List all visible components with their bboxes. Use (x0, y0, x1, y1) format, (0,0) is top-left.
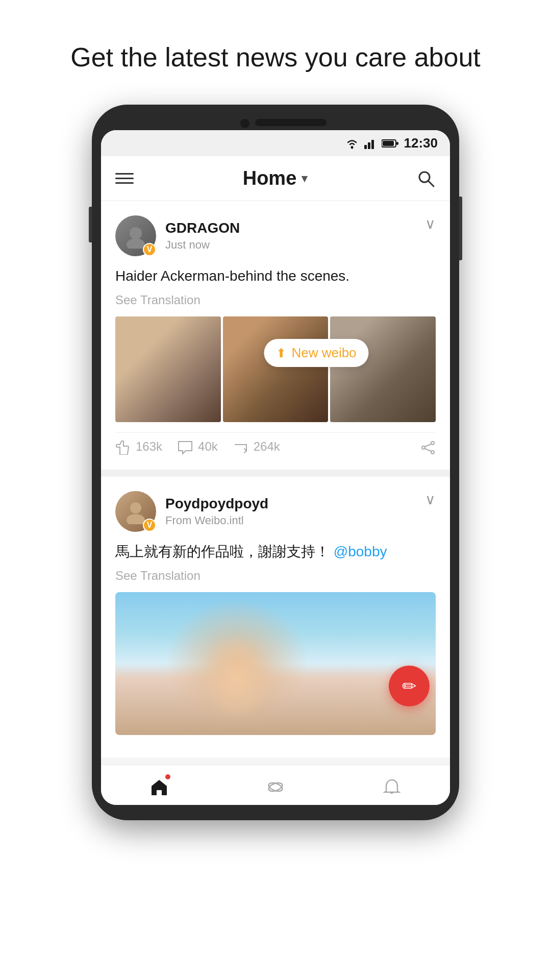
comment-icon-1 (178, 438, 193, 455)
bell-svg (383, 778, 401, 796)
repost-svg (233, 440, 248, 455)
phone-speaker (255, 119, 327, 126)
post-text-chinese-2: 馬上就有新的作品啦，謝謝支持！ @bobby (115, 541, 436, 562)
post-image-1-2[interactable] (223, 316, 329, 422)
svg-line-16 (425, 449, 431, 451)
svg-line-9 (428, 181, 434, 186)
home-svg (150, 778, 168, 796)
post-card-2: V Poydpoydpoyd From Weibo.intl ∨ 馬上就有新的作… (101, 477, 450, 757)
svg-point-17 (130, 502, 141, 513)
like-button-1[interactable]: 163k (115, 438, 162, 455)
repost-icon-1 (233, 438, 248, 455)
menu-line-2 (115, 178, 134, 179)
new-weibo-arrow-icon: ⬆ (276, 346, 286, 360)
share-icon-1 (420, 438, 436, 455)
user-meta-gdragon: GDRAGON Just now (165, 220, 240, 252)
post-user-info-2: V Poydpoydpoyd From Weibo.intl (115, 491, 268, 532)
action-bar-1: 163k 40k (115, 432, 436, 455)
header-title-text: Home (243, 167, 297, 189)
comment-svg (178, 440, 193, 455)
post-user-info-1: V GDRAGON Just now (115, 215, 240, 256)
svg-point-10 (130, 227, 142, 239)
left-button[interactable] (89, 207, 92, 242)
chevron-down-icon-1[interactable]: ∨ (425, 215, 436, 232)
svg-point-14 (422, 446, 425, 449)
username-gdragon: GDRAGON (165, 220, 240, 236)
avatar-gdragon: V (115, 215, 156, 256)
bottom-nav (101, 765, 450, 805)
svg-line-15 (425, 444, 431, 447)
verified-badge-poyd: V (143, 519, 156, 532)
post-image-1-1[interactable] (115, 316, 221, 422)
nav-notifications[interactable] (383, 775, 401, 797)
post-mention-2[interactable]: @bobby (334, 544, 387, 559)
compose-icon: ✏ (402, 676, 416, 696)
chevron-down-icon-2[interactable]: ∨ (425, 491, 436, 508)
avatar-poyd: V (115, 491, 156, 532)
post-content-2: 馬上就有新的作品啦，謝謝支持！ @bobby See Translation (115, 541, 436, 735)
svg-rect-2 (368, 142, 370, 149)
repost-button-1[interactable]: 264k (233, 438, 280, 455)
like-icon-1 (115, 438, 131, 455)
repost-count-1: 264k (254, 439, 280, 454)
see-translation-2[interactable]: See Translation (115, 569, 436, 583)
post-image-2[interactable] (115, 592, 436, 735)
bell-icon (383, 775, 401, 797)
power-button[interactable] (459, 217, 462, 258)
comment-button-1[interactable]: 40k (178, 438, 218, 455)
header-title-group: Home ▾ (243, 167, 308, 189)
nav-home[interactable] (150, 775, 168, 797)
compose-fab[interactable]: ✏ (389, 666, 430, 706)
phone-camera (240, 119, 249, 128)
search-button[interactable] (416, 169, 436, 188)
new-weibo-text: New weibo (291, 345, 356, 361)
status-time: 12:30 (404, 135, 438, 151)
explore-icon (266, 775, 285, 797)
post-image-2-bg (115, 592, 436, 735)
status-icons: 12:30 (345, 135, 438, 151)
post-header-2: V Poydpoydpoyd From Weibo.intl ∨ (115, 491, 436, 532)
svg-rect-7 (396, 142, 398, 145)
explore-svg (266, 778, 285, 796)
search-icon (416, 169, 436, 188)
share-svg (420, 440, 436, 455)
dropdown-arrow-icon[interactable]: ▾ (302, 172, 307, 185)
post-text-1: Haider Ackerman-behind the scenes. (115, 265, 436, 287)
post-header-1: V GDRAGON Just now ∨ (115, 215, 436, 256)
post-time-gdragon: Just now (165, 238, 240, 252)
svg-rect-6 (383, 141, 394, 146)
menu-line-1 (115, 173, 134, 175)
status-bar: 12:30 (101, 130, 450, 156)
wifi-icon (345, 138, 359, 149)
battery-icon (382, 139, 399, 148)
see-translation-1[interactable]: See Translation (115, 293, 436, 307)
new-weibo-badge[interactable]: ⬆ New weibo (264, 339, 368, 367)
share-button-1[interactable] (420, 438, 436, 455)
thumbup-svg (115, 440, 131, 455)
svg-point-12 (431, 442, 434, 445)
user-meta-poyd: Poydpoydpoyd From Weibo.intl (165, 496, 268, 527)
svg-rect-1 (364, 145, 367, 149)
comment-count-1: 40k (198, 439, 218, 454)
home-icon (150, 775, 168, 797)
page-headline: Get the latest news you care about (0, 0, 551, 105)
feed: ⬆ New weibo V (101, 201, 450, 757)
post-card-1: V GDRAGON Just now ∨ Haider Ackerman-beh… (101, 201, 450, 470)
svg-point-11 (127, 238, 145, 249)
menu-button[interactable] (115, 173, 134, 184)
svg-point-13 (431, 451, 434, 454)
like-count-1: 163k (136, 439, 162, 454)
post-image-1-3[interactable] (330, 316, 436, 422)
phone-screen: 12:30 Home ▾ (101, 130, 450, 805)
app-header: Home ▾ (101, 156, 450, 201)
svg-point-0 (350, 146, 353, 149)
username-poyd: Poydpoydpoyd (165, 496, 268, 512)
post-images-1 (115, 316, 436, 422)
signal-icon (364, 138, 377, 149)
nav-explore[interactable] (266, 775, 285, 797)
menu-line-3 (115, 182, 134, 184)
svg-point-18 (127, 514, 145, 524)
phone-frame: 12:30 Home ▾ (92, 105, 459, 820)
post-time-poyd: From Weibo.intl (165, 514, 268, 527)
verified-badge-gdragon: V (143, 243, 156, 256)
